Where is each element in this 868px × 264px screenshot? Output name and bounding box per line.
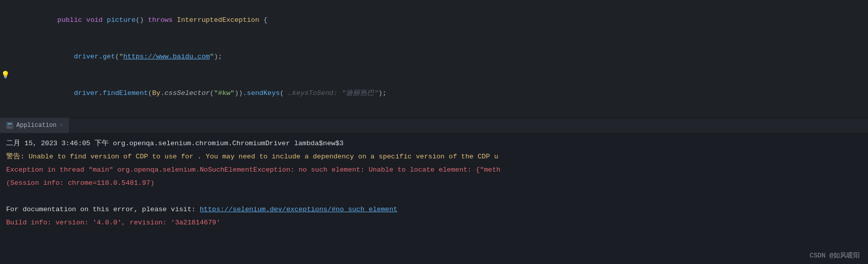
- bulb-icon: 💡: [1, 69, 10, 81]
- svg-rect-3: [8, 127, 11, 128]
- editor-container: public void picture() throws Interrupted…: [0, 0, 868, 264]
- code-content-4: driver.findElement(By.cssSelector("#su")…: [20, 112, 868, 118]
- svg-rect-2: [8, 125, 10, 126]
- console-doc-link[interactable]: https://selenium.dev/exceptions/#no_such…: [200, 206, 398, 213]
- tab-application[interactable]: Application ×: [0, 118, 70, 133]
- console-text-7: Build info: version: '4.0.0', revision: …: [6, 219, 220, 226]
- code-line-2: driver.get("https://www.baidu.com");: [0, 39, 868, 75]
- code-content-1: public void picture() throws Interrupted…: [20, 2, 868, 39]
- console-text-2: 警告: Unable to find version of CDP to use…: [6, 153, 498, 160]
- console-output: 二月 15, 2023 3:46:05 下午 org.openqa.seleni…: [0, 133, 868, 264]
- console-text-3: Exception in thread "main" org.openqa.se…: [6, 166, 500, 174]
- code-line-3: 💡 driver.findElement(By.cssSelector("#kw…: [0, 75, 868, 112]
- console-text-4: (Session info: chrome=110.0.5481.97): [6, 179, 155, 187]
- tab-bar: Application ×: [0, 118, 868, 133]
- console-line-2: 警告: Unable to find version of CDP to use…: [6, 150, 862, 163]
- code-editor: public void picture() throws Interrupted…: [0, 0, 868, 118]
- console-line-3: Exception in thread "main" org.openqa.se…: [6, 163, 862, 177]
- console-line-4: (Session info: chrome=110.0.5481.97): [6, 177, 862, 190]
- code-content-3: driver.findElement(By.cssSelector("#kw")…: [20, 75, 868, 112]
- console-line-1: 二月 15, 2023 3:46:05 下午 org.openqa.seleni…: [6, 137, 862, 150]
- console-line-6: For documentation on this error, please …: [6, 203, 862, 216]
- code-line-4: driver.findElement(By.cssSelector("#su")…: [0, 112, 868, 118]
- console-line-7: Build info: version: '4.0.0', revision: …: [6, 216, 862, 229]
- code-content-2: driver.get("https://www.baidu.com");: [20, 39, 868, 75]
- tab-close-button[interactable]: ×: [59, 122, 63, 128]
- tab-label: Application: [16, 122, 56, 129]
- code-line-1: public void picture() throws Interrupted…: [0, 2, 868, 39]
- application-tab-icon: [6, 122, 13, 129]
- console-line-5: [6, 190, 862, 203]
- svg-rect-1: [8, 123, 12, 124]
- console-text-1: 二月 15, 2023 3:46:05 下午 org.openqa.seleni…: [6, 140, 344, 147]
- console-doc-prefix: For documentation on this error, please …: [6, 206, 200, 213]
- watermark: CSDN @如风暖阳: [810, 251, 860, 260]
